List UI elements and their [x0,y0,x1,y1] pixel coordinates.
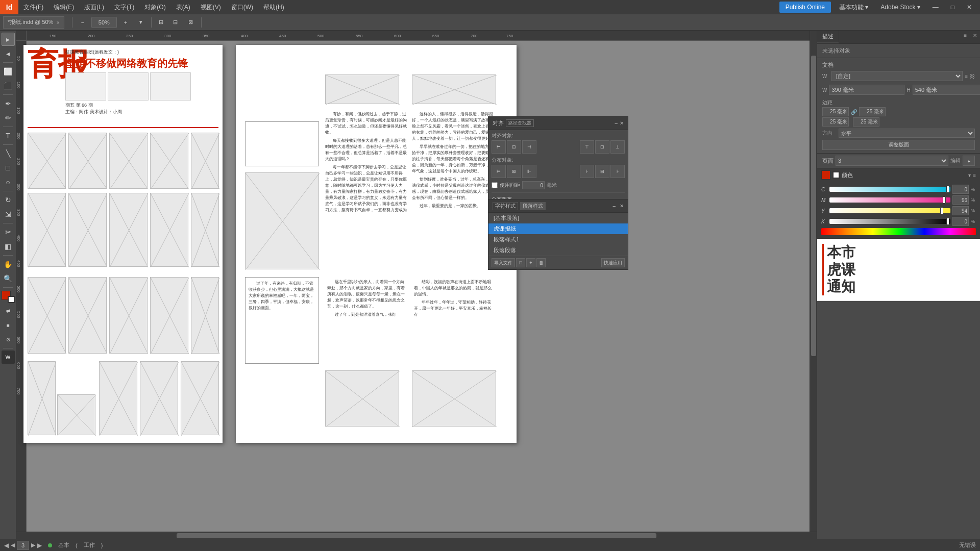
dist-top-btn[interactable]: ⊦ [580,165,594,178]
color-spectrum[interactable] [821,228,976,235]
select-tool[interactable]: ▸ [2,33,15,46]
c-value-input[interactable] [952,185,969,194]
para-styles-close[interactable]: ✕ [620,203,624,209]
publish-online-button[interactable]: Publish Online [779,2,831,13]
properties-tab[interactable]: 描述 [817,31,839,43]
zoom-dropdown-btn[interactable]: ▾ [134,16,148,29]
rotate-tool[interactable]: ↻ [2,193,15,207]
zoom-input[interactable]: 50% [91,17,117,28]
direct-select-tool[interactable]: ◂ [2,47,15,60]
margin-right-input[interactable] [859,107,886,116]
align-bottom-btn[interactable]: ⊥ [610,140,625,154]
panel-options-btn[interactable]: ≡ [961,31,970,43]
y-value-input[interactable] [952,206,969,215]
menu-text[interactable]: 文字(T) [109,0,139,14]
y-slider-track[interactable] [829,208,950,213]
fill-stroke-indicator[interactable] [2,291,15,303]
k-value-input[interactable] [952,217,969,226]
menu-object[interactable]: 对象(O) [139,0,170,14]
dist-left-btn[interactable]: ⊨ [492,165,506,178]
style-item-para2[interactable]: 段落段落 [488,245,628,256]
m-slider-track[interactable] [829,197,950,203]
swap-fill-stroke[interactable]: ⇄ [2,304,15,317]
margin-left-input[interactable] [853,117,879,127]
spacing-input[interactable] [522,181,545,189]
minimize-button[interactable]: — [928,4,943,11]
scissors-tool[interactable]: ✂ [2,226,15,239]
char-styles-tab[interactable]: 字符样式 [493,202,518,210]
pen-tool[interactable]: ✒ [2,97,15,110]
width-input[interactable] [829,85,904,95]
align-hcenter-btn[interactable]: ⊟ [507,140,521,154]
pages-action-btn[interactable]: ▸ [963,156,975,166]
menu-file[interactable]: 文件(F) [18,0,48,14]
width-preset-select[interactable]: [自定] [831,71,963,81]
maximize-button[interactable]: □ [947,4,959,11]
dist-bottom-btn[interactable]: ⊦ [610,165,625,178]
color-swatch-stroke[interactable] [832,171,840,179]
para-styles-tab[interactable]: 段落样式 [520,202,546,210]
use-spacing-checkbox[interactable] [492,182,498,188]
align-right-btn[interactable]: ⊣ [522,140,536,154]
zoom-tool[interactable]: 🔍 [2,272,15,285]
pencil-tool[interactable]: ✏ [2,111,15,124]
zoom-in-btn[interactable]: + [119,16,132,29]
hand-tool[interactable]: ✋ [2,258,15,271]
color-swatch-fill[interactable] [821,170,830,180]
menu-edit[interactable]: 编辑(E) [48,0,79,14]
para-styles-collapse[interactable]: ‒ [612,203,616,209]
rect-tool[interactable]: □ [2,161,15,174]
pages-select[interactable]: 3 [836,156,948,166]
height-input[interactable] [913,85,980,95]
zoom-out-btn[interactable]: − [76,16,89,29]
margin-bottom-input[interactable] [822,117,849,127]
align-subtitle-tab[interactable]: 路径查找器 [506,119,534,127]
h-scroll-thumb[interactable] [177,533,657,538]
view-mode-btn[interactable]: ⊞ [155,16,167,29]
dist-right-btn[interactable]: ⊩ [522,165,536,178]
c-slider-thumb[interactable] [946,186,949,193]
menu-layout[interactable]: 版面(L) [79,0,109,14]
page-number-input[interactable] [17,541,29,550]
panel-close-all-btn[interactable]: ✕ [970,31,980,43]
close-button[interactable]: ✕ [963,4,976,11]
align-panel-close[interactable]: ✕ [620,120,624,126]
v-scroll-thumb[interactable] [811,56,816,356]
dist-vcenter-btn[interactable]: ⊟ [595,165,609,178]
align-left-btn[interactable]: ⊢ [492,140,506,154]
align-vcenter-btn[interactable]: ⊡ [595,140,609,154]
arrange-btn[interactable]: ⊟ [169,16,182,29]
import-styles-btn[interactable]: 导入文件 [492,258,515,267]
menu-help[interactable]: 帮助(H) [258,0,289,14]
y-slider-thumb[interactable] [940,207,943,214]
adjust-layout-btn[interactable]: 调整版面 [822,140,975,150]
prev-page-btn[interactable]: ◀ [4,542,9,549]
gradient-tool[interactable]: ◧ [2,240,15,253]
menu-view[interactable]: 视图(V) [195,0,226,14]
gap-tool[interactable]: ⬛ [2,79,15,92]
k-slider-track[interactable] [829,219,950,224]
apply-color[interactable]: ■ [2,318,15,332]
m-slider-thumb[interactable] [943,196,946,204]
c-slider-track[interactable] [829,187,950,192]
scale-tool[interactable]: ⇲ [2,208,15,221]
tab-close-btn[interactable]: × [56,19,59,26]
dist-hcenter-btn[interactable]: ⊠ [507,165,521,178]
quick-apply-btn[interactable]: 快速应用 [601,258,625,267]
style-item-basic[interactable]: [基本段落] [488,213,628,223]
direction-select[interactable]: 水平 垂直 [839,129,975,138]
preview-mode[interactable]: W [2,350,15,364]
align-panel-collapse[interactable]: ‒ [615,120,618,126]
vertical-scrollbar[interactable] [810,31,817,532]
style-item-para1[interactable]: 段落样式1 [488,234,628,245]
style-item-huke[interactable]: 虎课报纸 [488,223,628,234]
menu-window[interactable]: 窗口(W) [226,0,258,14]
k-slider-thumb[interactable] [946,218,949,225]
next-page-btn[interactable]: ▶ [37,542,42,549]
horizontal-scrollbar[interactable] [16,532,817,539]
page-tool[interactable]: ⬜ [2,65,15,78]
color-panel-options[interactable]: ≡ [973,172,976,178]
adobe-stock-button[interactable]: Adobe Stock ▾ [876,4,924,11]
color-panel-collapse[interactable]: ▾ [968,172,971,178]
menu-table[interactable]: 表(A) [171,0,195,14]
